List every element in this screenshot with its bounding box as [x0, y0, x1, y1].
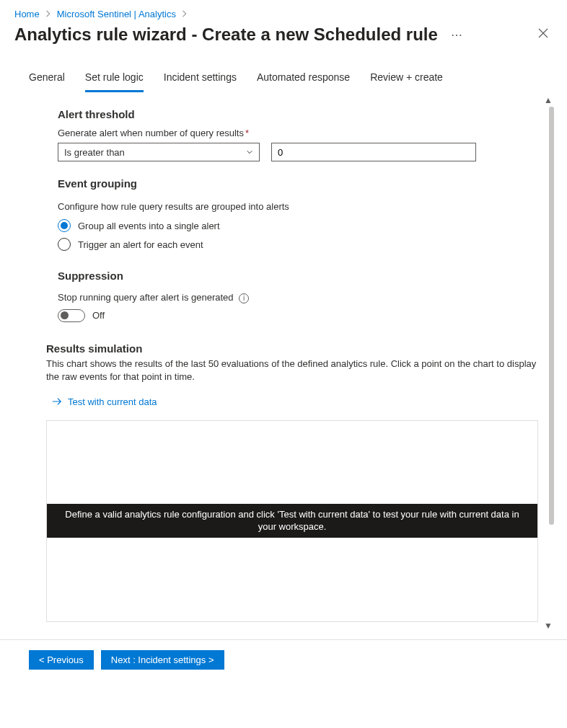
suppression-label: Stop running query after alert is genera…	[58, 292, 538, 303]
tab-set-rule-logic[interactable]: Set rule logic	[85, 67, 144, 92]
operator-value: Is greater than	[64, 147, 125, 158]
suppression-toggle[interactable]	[58, 309, 85, 322]
toggle-state: Off	[92, 310, 105, 321]
footer: < Previous Next : Incident settings >	[0, 639, 567, 680]
breadcrumb: Home Microsoft Sentinel | Analytics	[0, 0, 567, 21]
scroll-up-icon[interactable]: ▲	[544, 95, 553, 105]
section-results-simulation: Results simulation	[46, 342, 538, 355]
title-bar: Analytics rule wizard - Create a new Sch…	[0, 21, 567, 45]
section-suppression: Suppression	[58, 270, 538, 282]
tab-review-create[interactable]: Review + create	[370, 67, 443, 92]
previous-button[interactable]: < Previous	[29, 650, 94, 670]
radio-label: Group all events into a single alert	[78, 221, 220, 231]
close-icon[interactable]	[534, 24, 553, 45]
scrollbar-thumb[interactable]	[549, 107, 554, 525]
radio-group-all-events[interactable]: Group all events into a single alert	[58, 219, 538, 232]
chevron-right-icon	[182, 9, 188, 19]
chevron-down-icon	[246, 147, 253, 158]
chart-placeholder-message: Define a valid analytics rule configurat…	[47, 504, 537, 538]
scrollbar[interactable]	[549, 107, 554, 619]
test-with-current-data-link[interactable]: Test with current data	[52, 396, 538, 407]
results-desc: This chart shows the results of the last…	[46, 358, 538, 383]
radio-trigger-each-event[interactable]: Trigger an alert for each event	[58, 238, 538, 251]
breadcrumb-service[interactable]: Microsoft Sentinel | Analytics	[57, 9, 176, 19]
tabs: General Set rule logic Incident settings…	[0, 45, 567, 92]
more-icon[interactable]: ⋯	[445, 28, 469, 42]
next-button[interactable]: Next : Incident settings >	[101, 650, 224, 670]
arrow-right-icon	[52, 397, 62, 406]
breadcrumb-home[interactable]: Home	[14, 9, 40, 19]
page-title: Analytics rule wizard - Create a new Sch…	[14, 25, 438, 45]
tab-automated-response[interactable]: Automated response	[257, 67, 350, 92]
section-alert-threshold: Alert threshold	[58, 108, 538, 120]
scroll-down-icon[interactable]: ▼	[544, 621, 553, 631]
tab-incident-settings[interactable]: Incident settings	[164, 67, 237, 92]
tab-general[interactable]: General	[29, 67, 65, 92]
chevron-right-icon	[45, 9, 51, 19]
event-grouping-desc: Configure how rule query results are gro…	[58, 201, 538, 212]
radio-icon	[58, 219, 71, 232]
radio-icon	[58, 238, 71, 251]
operator-select[interactable]: Is greater than	[58, 143, 260, 161]
threshold-input[interactable]	[271, 143, 476, 161]
results-chart: Define a valid analytics rule configurat…	[46, 420, 538, 622]
radio-label: Trigger an alert for each event	[78, 239, 203, 250]
section-event-grouping: Event grouping	[58, 177, 538, 190]
info-icon[interactable]: i	[239, 293, 249, 303]
alert-threshold-label: Generate alert when number of query resu…	[58, 128, 538, 138]
required-icon: *	[245, 128, 249, 138]
